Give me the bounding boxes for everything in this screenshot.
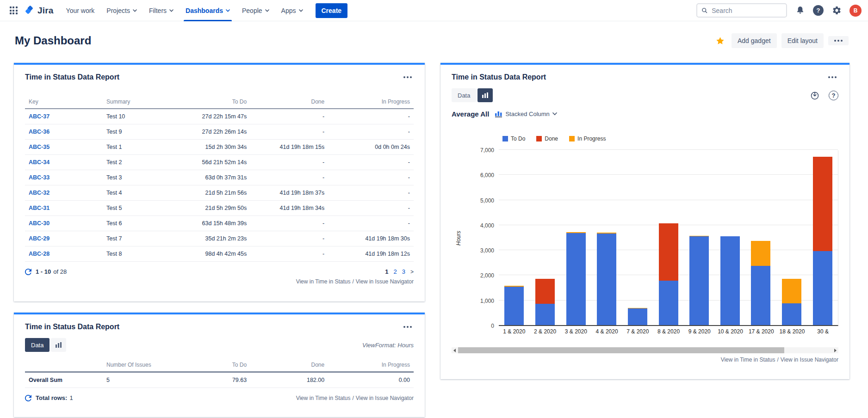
search-box[interactable] (696, 3, 787, 18)
user-avatar[interactable]: B (849, 5, 862, 17)
search-input[interactable] (711, 6, 782, 15)
tab-chart[interactable] (477, 88, 493, 102)
bar-segment-done (659, 223, 678, 281)
issue-key-link[interactable]: ABC-30 (29, 220, 50, 227)
scrollbar-thumb[interactable] (458, 347, 784, 353)
issue-inprogress-time: 41d 19h 18m 30s (328, 231, 414, 246)
chart-type-dropdown[interactable]: Stacked Column (495, 111, 557, 117)
download-icon[interactable] (809, 89, 821, 101)
time-in-status-chart-gadget: Time in Status Data Report Data ? Averag… (440, 63, 849, 379)
page-link-1[interactable]: 1 (385, 268, 388, 275)
refresh-icon[interactable] (25, 395, 31, 401)
bar-3-2020[interactable] (566, 232, 586, 325)
add-gadget-button[interactable]: Add gadget (732, 33, 777, 48)
issue-key-link[interactable]: ABC-36 (29, 129, 50, 135)
issue-done-time: - (250, 216, 328, 231)
bar-8-2020[interactable] (659, 223, 678, 325)
tab-data[interactable]: Data (452, 88, 476, 102)
pagination-total: of 28 (53, 268, 67, 275)
bar-7-2020[interactable] (628, 308, 647, 325)
x-tick-label: 2 & 2020 (530, 328, 561, 335)
issue-key-link[interactable]: ABC-35 (29, 144, 50, 150)
y-tick-label: 4,000 (480, 222, 494, 229)
issue-key-link[interactable]: ABC-33 (29, 174, 50, 181)
bar-9-2020[interactable] (689, 236, 709, 325)
issue-key-link[interactable]: ABC-32 (29, 190, 50, 196)
page-link-3[interactable]: 3 (402, 268, 405, 275)
scroll-right-arrow[interactable] (832, 347, 838, 353)
gadget-more-button[interactable] (826, 74, 838, 80)
bar-2-2020[interactable] (535, 279, 555, 325)
nav-item-label: Filters (149, 7, 167, 14)
gadget-more-button[interactable] (402, 74, 414, 80)
table-row: Overall Sum579.63182.000.00 (25, 372, 414, 388)
gadget-title: Time in Status Data Report (452, 73, 546, 81)
create-button[interactable]: Create (316, 3, 348, 18)
bar-1-2020[interactable] (504, 286, 524, 325)
bar-segment-to-do (813, 251, 832, 325)
view-in-issue-navigator-link[interactable]: View in Issue Navigator (356, 395, 414, 401)
issue-todo-time: 56d 21h 52m 14s (165, 155, 250, 170)
view-format-label: ViewFormat: Hours (362, 342, 414, 349)
settings-gear-icon[interactable] (831, 5, 843, 17)
x-tick-label: 30 & (807, 328, 838, 335)
y-tick-label: 7,000 (480, 147, 494, 154)
average-all-label: Average All (452, 110, 489, 118)
view-in-issue-navigator-link[interactable]: View in Issue Navigator (356, 278, 414, 285)
bar-segment-to-do (720, 236, 740, 325)
issue-todo-time: 63d 0h 37m 31s (165, 170, 250, 185)
scroll-left-arrow[interactable] (452, 347, 458, 353)
bar-10-2020[interactable] (720, 236, 740, 325)
issue-key-link[interactable]: ABC-34 (29, 159, 50, 166)
chart-plot-area (499, 150, 838, 326)
bar-segment-done (535, 279, 555, 304)
help-icon[interactable]: ? (813, 5, 824, 16)
tab-data[interactable]: Data (25, 338, 50, 352)
chart-help-icon[interactable]: ? (829, 91, 838, 100)
view-in-time-in-status-link[interactable]: View in Time in Status (721, 357, 775, 363)
issues-table: KeySummaryTo DoDoneIn Progress ABC-37Tes… (25, 95, 414, 262)
app-switcher-icon[interactable] (6, 3, 20, 18)
gadget-footer-links: View in Time in Status/View in Issue Nav… (296, 395, 414, 401)
jira-logo[interactable]: Jira (21, 6, 60, 16)
issue-key-link[interactable]: ABC-37 (29, 113, 50, 120)
issue-inprogress-time: - (328, 155, 414, 170)
issue-key-link[interactable]: ABC-28 (29, 251, 50, 257)
gadget-footer-links: View in Time in Status/View in Issue Nav… (452, 357, 838, 363)
view-in-time-in-status-link[interactable]: View in Time in Status (296, 395, 351, 401)
issue-key-link[interactable]: ABC-31 (29, 205, 50, 211)
bar-17-2020[interactable] (751, 241, 770, 325)
bar-4-2020[interactable] (597, 233, 616, 325)
gadget-more-button[interactable] (402, 324, 414, 330)
view-in-time-in-status-link[interactable]: View in Time in Status (296, 278, 351, 285)
next-page-link[interactable]: > (410, 269, 414, 275)
dashboard-more-button[interactable] (828, 36, 849, 45)
favorite-star-icon[interactable] (715, 36, 725, 46)
bar-18-2020[interactable] (782, 279, 801, 325)
more-icon (828, 76, 837, 78)
issue-inprogress-time: 41d 19h 18m 12s (328, 246, 414, 262)
tab-chart[interactable] (51, 338, 66, 352)
nav-item-label: Your work (66, 7, 95, 14)
edit-layout-button[interactable]: Edit layout (781, 33, 824, 48)
view-in-issue-navigator-link[interactable]: View in Issue Navigator (781, 357, 838, 363)
nav-item-filters[interactable]: Filters (143, 0, 180, 21)
refresh-icon[interactable] (25, 269, 31, 275)
gadget-footer-links: View in Time in Status/View in Issue Nav… (25, 278, 414, 285)
nav-item-dashboards[interactable]: Dashboards (180, 0, 236, 21)
issue-summary: Test 1 (103, 140, 165, 155)
bar-30[interactable] (813, 157, 832, 325)
notifications-bell-icon[interactable] (794, 5, 806, 17)
issue-summary: Test 2 (103, 155, 165, 170)
nav-item-people[interactable]: People (236, 0, 275, 21)
chart-horizontal-scrollbar[interactable] (452, 347, 838, 353)
issue-key-link[interactable]: ABC-29 (29, 235, 50, 242)
nav-item-label: Dashboards (186, 7, 223, 14)
issue-todo-time: 27d 22h 26m 14s (165, 124, 250, 140)
nav-item-label: Apps (281, 7, 296, 14)
nav-item-your-work[interactable]: Your work (60, 0, 101, 21)
nav-item-apps[interactable]: Apps (275, 0, 309, 21)
page-link-2[interactable]: 2 (394, 268, 397, 275)
nav-item-projects[interactable]: Projects (100, 0, 143, 21)
y-axis-ticks: 01,0002,0003,0004,0005,0006,0007,000 (465, 150, 499, 326)
